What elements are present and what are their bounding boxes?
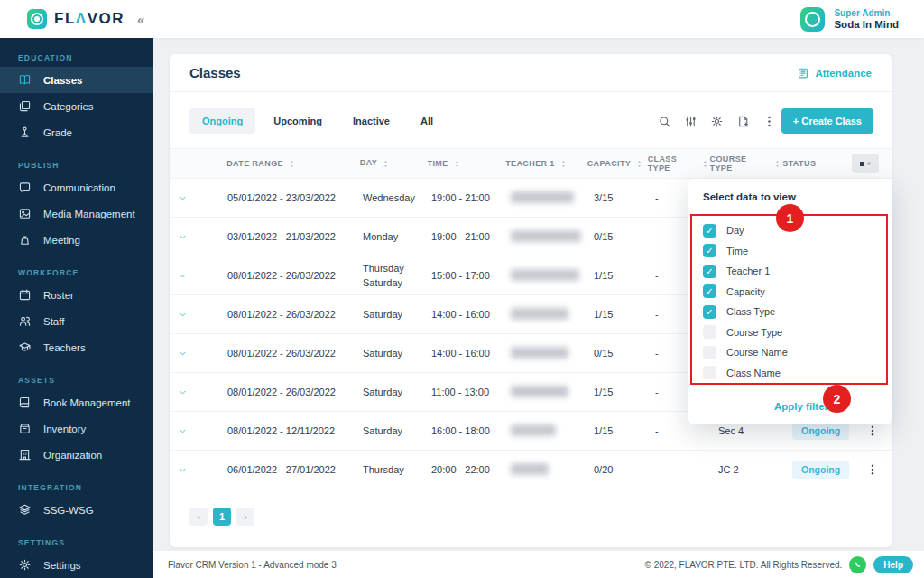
column-header-teacher-1[interactable]: TEACHER 1 — [505, 159, 587, 169]
table-row: 06/01/2022 - 27/01/2022 Thursday 20:00 -… — [170, 451, 892, 489]
select-data-dropdown: Select data to view ✓Day✓Time✓Teacher 1✓… — [688, 179, 892, 424]
apply-filter-link[interactable]: Apply filter — [688, 390, 892, 415]
cell-class-type: - — [655, 464, 718, 475]
cell-time: 14:00 - 16:00 — [431, 348, 511, 359]
column-header-capacity[interactable]: CAPACITY — [587, 159, 648, 169]
pagination-prev-button[interactable]: ‹ — [189, 508, 208, 526]
org-icon — [18, 448, 32, 461]
search-icon[interactable] — [658, 115, 671, 128]
inventory-icon — [18, 422, 32, 435]
checked-checkbox[interactable]: ✓ — [703, 244, 716, 257]
dropdown-option-teacher-1[interactable]: ✓Teacher 1 — [703, 261, 877, 282]
cell-teacher-redacted — [511, 269, 594, 283]
footer: Flavor CRM Version 1 - Advanced mode 3 ©… — [153, 551, 924, 578]
expand-row-icon[interactable] — [178, 271, 193, 281]
row-actions-kebab-icon[interactable] — [866, 424, 879, 437]
footer-copyright: © 2022, FLAVOR PTE. LTD. All Rights Rese… — [645, 560, 843, 570]
attendance-link[interactable]: Attendance — [797, 67, 872, 79]
sidebar-item-categories[interactable]: Categories — [0, 93, 153, 119]
column-header-class-type[interactable]: CLASS TYPE — [648, 154, 710, 172]
unchecked-checkbox[interactable] — [703, 346, 716, 359]
expand-row-icon[interactable] — [178, 465, 193, 475]
sidebar-nav: EDUCATIONClassesCategoriesGradePUBLISHCo… — [0, 51, 153, 578]
expand-row-icon[interactable] — [178, 193, 193, 203]
sidebar-item-teachers[interactable]: Teachers — [0, 334, 153, 360]
column-header-course-type[interactable]: COURSE TYPE — [710, 154, 783, 172]
cell-status: Ongoing — [792, 464, 863, 475]
checked-checkbox[interactable]: ✓ — [703, 284, 716, 298]
sort-icon — [700, 159, 710, 169]
column-header-time[interactable]: TIME — [428, 159, 506, 169]
sidebar-item-book-management[interactable]: Book Management — [0, 389, 153, 415]
footer-right: © 2022, FLAVOR PTE. LTD. All Rights Rese… — [645, 556, 913, 573]
unchecked-checkbox[interactable] — [703, 366, 716, 379]
expand-row-icon[interactable] — [178, 426, 193, 436]
tab-ongoing[interactable]: Ongoing — [189, 108, 255, 134]
expand-row-icon[interactable] — [178, 387, 193, 397]
expand-row-icon[interactable] — [178, 349, 193, 359]
unchecked-checkbox[interactable] — [703, 325, 716, 339]
column-header-day[interactable]: DAY — [360, 157, 428, 170]
expand-row-icon[interactable] — [178, 232, 193, 242]
column-options-button[interactable] — [852, 154, 879, 173]
sidebar-item-inventory[interactable]: Inventory — [0, 415, 153, 442]
book-icon — [18, 73, 32, 87]
dropdown-option-course-type[interactable]: Course Type — [703, 322, 877, 343]
sort-icon — [287, 159, 297, 169]
sidebar-section-publish: PUBLISH — [0, 159, 153, 174]
sidebar-item-grade[interactable]: Grade — [0, 119, 153, 145]
tab-upcoming[interactable]: Upcoming — [261, 108, 335, 134]
expand-row-icon[interactable] — [178, 310, 193, 320]
sliders-icon[interactable] — [684, 115, 698, 128]
dropdown-option-class-name[interactable]: Class Name — [703, 363, 877, 384]
org-avatar-icon — [800, 7, 825, 32]
sidebar-item-classes[interactable]: Classes — [0, 67, 153, 93]
cell-time: 19:00 - 21:00 — [431, 231, 511, 242]
sidebar-item-organization[interactable]: Organization — [0, 442, 153, 468]
dropdown-option-capacity[interactable]: ✓Capacity — [703, 282, 877, 303]
sidebar-item-meeting[interactable]: Meeting — [0, 227, 153, 253]
create-class-button[interactable]: + Create Class — [781, 108, 873, 134]
sidebar-item-communication[interactable]: Communication — [0, 174, 153, 200]
file-icon[interactable] — [736, 115, 750, 128]
checked-checkbox[interactable]: ✓ — [703, 265, 716, 278]
roster-icon — [18, 288, 32, 302]
sort-icon — [381, 159, 391, 169]
sidebar-item-staff[interactable]: Staff — [0, 308, 153, 334]
help-button[interactable]: Help — [873, 556, 913, 573]
cell-time: 16:00 - 18:00 — [431, 425, 511, 436]
layers-icon — [18, 503, 32, 517]
dropdown-option-day[interactable]: ✓Day — [703, 220, 877, 241]
whatsapp-icon[interactable] — [849, 556, 866, 573]
column-header-status[interactable]: STATUS — [782, 159, 852, 168]
dropdown-option-course-name[interactable]: Course Name — [703, 342, 877, 363]
sidebar-item-ssg-wsg[interactable]: SSG-WSG — [0, 497, 153, 523]
collapse-sidebar-icon[interactable]: « — [137, 12, 144, 27]
cell-time: 11:00 - 13:00 — [431, 387, 511, 397]
cell-date-range: 08/01/2022 - 26/03/2022 — [227, 387, 363, 397]
tabs-row: OngoingUpcomingInactiveAll + Create Clas… — [170, 92, 892, 148]
dropdown-option-class-type[interactable]: ✓Class Type — [703, 302, 877, 322]
cell-day: ThursdaySaturday — [363, 261, 431, 291]
page-title: Classes — [189, 65, 241, 80]
row-actions-kebab-icon[interactable] — [866, 463, 879, 476]
sidebar-section-integration: INTEGRATION — [0, 481, 153, 497]
dropdown-option-time[interactable]: ✓Time — [703, 241, 877, 262]
tab-all[interactable]: All — [408, 108, 446, 134]
sidebar-section-workforce: WORKFORCE — [0, 266, 153, 282]
checked-checkbox[interactable]: ✓ — [703, 305, 716, 319]
pagination-page-1[interactable]: 1 — [213, 508, 231, 526]
gear-icon[interactable] — [710, 115, 724, 128]
sidebar-item-settings[interactable]: Settings — [0, 552, 153, 578]
sidebar-item-roster[interactable]: Roster — [0, 282, 153, 308]
bookm-icon — [18, 396, 32, 409]
tab-inactive[interactable]: Inactive — [340, 108, 402, 134]
kebab-icon[interactable] — [762, 115, 776, 128]
user-menu[interactable]: Super Admin Soda In Mind — [800, 7, 899, 32]
column-header-date-range[interactable]: DATE RANGE — [226, 159, 360, 169]
sidebar-item-media-management[interactable]: Media Management — [0, 200, 153, 227]
pagination: ‹ 1 › — [189, 508, 254, 526]
checked-checkbox[interactable]: ✓ — [703, 224, 716, 238]
brand-logo[interactable]: FLΛVOR — [0, 9, 125, 29]
pagination-next-button[interactable]: › — [236, 508, 254, 526]
